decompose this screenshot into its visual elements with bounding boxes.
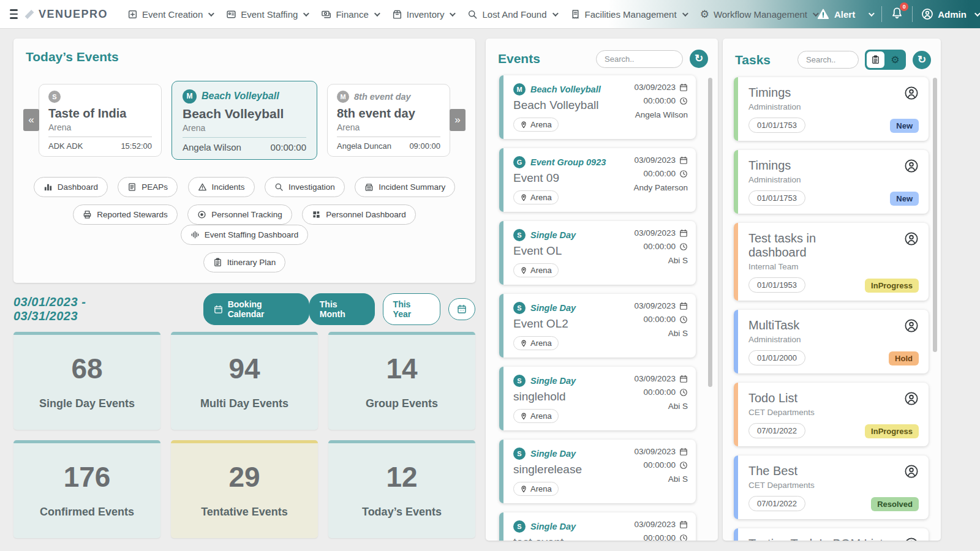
task-status-badge: InProgress (865, 279, 919, 293)
booking-calendar-button[interactable]: Booking Calendar (203, 293, 309, 325)
admin-menu-button[interactable]: Admin (921, 8, 979, 20)
nav-item-label: Workflow Management (714, 9, 807, 20)
event-location-pill[interactable]: Arena (513, 118, 559, 132)
event-owner: Angela Wilson (183, 142, 241, 152)
quick-link-personnel-dashboard[interactable]: Personnel Dashboard (302, 204, 416, 225)
today-event-card[interactable]: M 8th event day 8th event day Arena Ange… (327, 84, 450, 157)
event-location-pill[interactable]: Arena (513, 263, 559, 277)
task-list-item[interactable]: Testing Task In BOM List Administration … (734, 528, 929, 541)
carousel-prev-button[interactable]: « (23, 109, 39, 131)
event-list-item[interactable]: M Beach Volleyball Beach Volleyball Aren… (499, 75, 696, 139)
quick-link-dashboard[interactable]: Dashboard (34, 177, 108, 197)
nav-item-label: Finance (336, 9, 368, 20)
event-list-item[interactable]: S Single Day test event TEST9876 03/09/2… (499, 512, 696, 541)
task-status-badge: Hold (889, 351, 919, 365)
alert-button[interactable]: Alert (817, 8, 873, 20)
warning-icon (198, 182, 207, 192)
task-stripe (734, 383, 738, 446)
events-title: Events (498, 51, 540, 66)
events-scrollbar[interactable] (708, 78, 712, 387)
task-title: Todo List (748, 391, 815, 405)
calendar-view-button[interactable] (448, 298, 475, 320)
task-title: Timings (748, 86, 805, 100)
quick-link-incidents[interactable]: Incidents (188, 177, 255, 197)
event-date: 03/09/2023 (634, 447, 676, 456)
assignee-user-icon (904, 391, 919, 406)
nav-item-inventory[interactable]: Inventory (392, 9, 454, 20)
tasks-scrollbar[interactable] (933, 78, 937, 352)
notifications-button[interactable]: 0 (891, 7, 903, 22)
task-date-pill: 01/01/1953 (748, 277, 805, 293)
event-time: 15:52:00 (121, 141, 152, 151)
event-date: 03/09/2023 (634, 301, 676, 310)
grid-icon (312, 210, 321, 219)
event-type-badge: S (513, 448, 526, 460)
event-stripe (499, 221, 503, 285)
task-list-item[interactable]: Todo List CET Departments 07/01/2022 InP… (734, 383, 929, 446)
task-title: Testing Task In BOM List (748, 537, 883, 541)
task-list-item[interactable]: The Best CET Departments 07/01/2022 Reso… (734, 455, 929, 519)
event-list-item[interactable]: S Single Day Event OL Arena 03/09/2023 0… (499, 221, 696, 285)
tasks-list-view-button[interactable] (867, 51, 884, 68)
assignee-user-icon (904, 159, 919, 173)
tasks-search-input[interactable] (797, 51, 859, 69)
event-title: Event OL2 (513, 317, 576, 331)
task-list-item[interactable]: Timings Administration 01/01/1753 New (734, 77, 929, 141)
quick-link-incident-summary[interactable]: Incident Summary (355, 177, 455, 197)
quick-link-reported-stewards[interactable]: Reported Stewards (73, 204, 178, 225)
carousel-next-button[interactable]: » (450, 109, 466, 131)
task-list-item[interactable]: MultiTask Administration 01/01/2000 Hold (734, 310, 929, 373)
quick-link-personnel-tracking[interactable]: Personnel Tracking (187, 204, 292, 225)
event-list-item[interactable]: S Single Day singlerelease Arena 03/09/2… (499, 440, 696, 503)
quick-link-event-staffing-dashboard[interactable]: Event Staffing Dashboard (181, 225, 309, 245)
task-list-item[interactable]: Test tasks in dashboard Internal Team 01… (734, 223, 929, 301)
today-event-card[interactable]: S Taste of India Arena ADK ADK 15:52:00 (39, 84, 162, 157)
clipboard-icon (871, 55, 880, 64)
quick-link-peaps[interactable]: PEAPs (118, 177, 178, 197)
stat-multi-day-events: 94 Multi Day Events (171, 332, 318, 430)
hamburger-menu-icon[interactable] (10, 9, 18, 19)
events-list: M Beach Volleyball Beach Volleyball Aren… (486, 74, 718, 541)
nav-item-event-creation[interactable]: Event Creation (127, 9, 213, 20)
todays-events-carousel: « S Taste of India Arena ADK ADK 15:52:0… (26, 74, 463, 166)
event-type-badge: S (513, 302, 526, 314)
event-date: 03/09/2023 (634, 83, 676, 92)
events-refresh-button[interactable]: ↻ (690, 50, 708, 68)
event-location-pill[interactable]: Arena (513, 190, 559, 204)
tasks-title: Tasks (735, 53, 771, 67)
task-list-item[interactable]: Timings Administration 01/01/1753 New (734, 150, 929, 214)
event-location-pill[interactable]: Arena (513, 482, 559, 496)
event-type-name: Single Day (530, 376, 576, 386)
event-title: test event (513, 536, 576, 541)
event-list-item[interactable]: S Single Day Event OL2 Arena 03/09/2023 … (499, 294, 696, 358)
nav-item-workflow-management[interactable]: ⚙ Workflow Management (700, 8, 817, 21)
today-event-card-selected[interactable]: M Beach Volleyball Beach Volleyball Aren… (172, 81, 317, 160)
event-list-item[interactable]: S Single Day singlehold Arena 03/09/2023… (499, 367, 696, 430)
location-pin-icon (520, 121, 527, 129)
event-location-pill[interactable]: Arena (513, 409, 559, 423)
task-team: CET Departments (748, 408, 815, 417)
divider (881, 6, 882, 22)
nav-item-finance[interactable]: Finance (321, 9, 378, 20)
nav-item-event-staffing[interactable]: Event Staffing (226, 9, 307, 20)
calendar-icon (214, 305, 223, 314)
booking-bar: 03/01/2023 - 03/31/2023 Booking Calendar… (13, 296, 475, 322)
event-location-pill[interactable]: Arena (513, 336, 559, 350)
event-owner: Angela Duncan (337, 141, 391, 151)
tasks-refresh-button[interactable]: ↻ (913, 51, 931, 69)
nav-item-facilities-management[interactable]: Facilities Management (570, 9, 687, 20)
this-year-button[interactable]: This Year (383, 293, 440, 325)
nav-item-lost-and-found[interactable]: Lost And Found (467, 9, 556, 20)
alert-label: Alert (834, 9, 855, 20)
events-search-input[interactable] (596, 50, 683, 68)
event-venue: Arena (183, 123, 306, 138)
quick-link-investigation[interactable]: Investigation (265, 177, 345, 197)
this-month-button[interactable]: This Month (309, 293, 375, 325)
event-stripe (499, 367, 503, 430)
stat-value: 176 (64, 463, 111, 491)
event-title: 8th event day (337, 107, 440, 121)
quick-link-itinerary-plan[interactable]: Itinerary Plan (203, 252, 286, 272)
tasks-settings-view-button[interactable]: ⚙ (886, 51, 904, 68)
event-list-item[interactable]: G Event Group 0923 Event 09 Arena 03/09/… (499, 148, 696, 212)
finance-icon (321, 9, 331, 20)
